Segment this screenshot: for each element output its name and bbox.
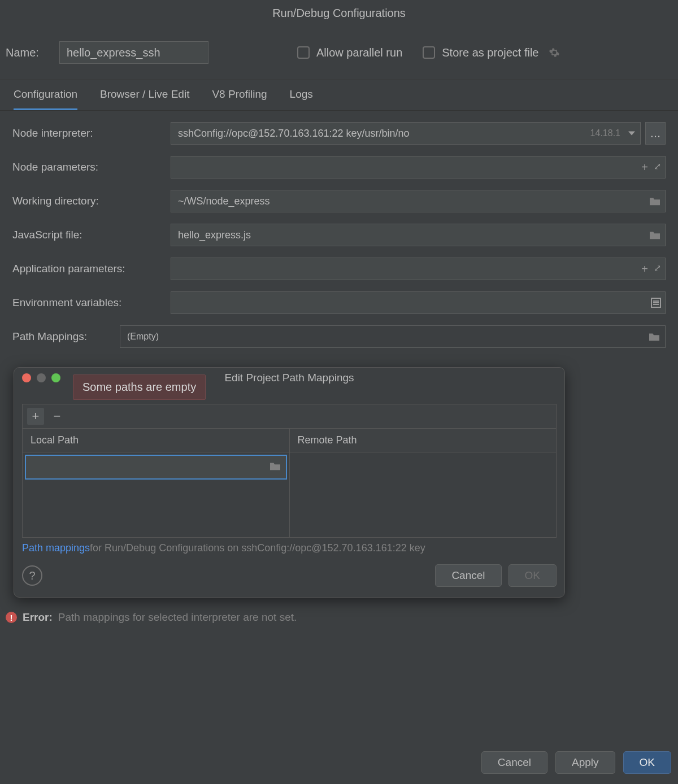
list-icon[interactable] — [651, 298, 661, 308]
error-label: Error: — [23, 611, 53, 624]
tab-configuration[interactable]: Configuration — [14, 80, 77, 110]
window-close-icon[interactable] — [22, 373, 31, 382]
gear-icon — [549, 47, 560, 58]
allow-parallel-checkbox[interactable]: Allow parallel run — [297, 46, 402, 59]
error-text: Path mappings for selected interpreter a… — [58, 611, 297, 624]
tabs: Configuration Browser / Live Edit V8 Pro… — [0, 80, 678, 111]
window-minimize-icon[interactable] — [37, 373, 46, 382]
node-params-label: Node parameters: — [12, 161, 171, 173]
app-params-input[interactable] — [171, 258, 666, 280]
path-mappings-value: (Empty) — [127, 332, 159, 342]
name-input[interactable] — [59, 41, 208, 64]
browse-interpreter-button[interactable]: ... — [645, 122, 666, 145]
window-zoom-icon[interactable] — [51, 373, 60, 382]
hint-text: for Run/Debug Configurations on sshConfi… — [90, 542, 425, 554]
expand-icon[interactable]: ⤢ — [654, 161, 661, 174]
path-mappings-field[interactable]: (Empty) — [120, 325, 666, 348]
working-dir-label: Working directory: — [12, 195, 171, 207]
node-interpreter-dropdown[interactable] — [171, 122, 641, 145]
store-project-label: Store as project file — [442, 46, 538, 59]
modal-ok-button[interactable]: OK — [508, 564, 557, 587]
remote-path-header: Remote Path — [290, 429, 557, 452]
working-dir-input[interactable] — [171, 190, 666, 212]
cancel-button[interactable]: Cancel — [481, 751, 547, 774]
node-params-input[interactable] — [171, 156, 666, 178]
allow-parallel-label: Allow parallel run — [316, 46, 402, 59]
tab-v8-profiling[interactable]: V8 Profiling — [212, 80, 267, 110]
chevron-down-icon — [628, 132, 635, 136]
path-mappings-table: Local Path Remote Path — [22, 428, 557, 538]
env-vars-label: Environment variables: — [12, 297, 171, 309]
local-path-header: Local Path — [23, 429, 290, 452]
js-file-label: JavaScript file: — [12, 229, 171, 241]
folder-icon[interactable] — [649, 196, 661, 206]
tab-browser-live-edit[interactable]: Browser / Live Edit — [100, 80, 189, 110]
error-bar: ! Error: Path mappings for selected inte… — [0, 606, 678, 629]
checkbox-icon — [297, 46, 310, 59]
path-mappings-link[interactable]: Path mappings — [22, 542, 90, 554]
node-interpreter-label: Node interpreter: — [12, 127, 171, 140]
tab-logs[interactable]: Logs — [290, 80, 313, 110]
js-file-input[interactable] — [171, 224, 666, 246]
help-button[interactable]: ? — [22, 565, 42, 586]
store-project-checkbox[interactable]: Store as project file — [423, 46, 560, 59]
path-mappings-hint: Path mappingsfor Run/Debug Configuration… — [22, 542, 557, 554]
app-params-label: Application parameters: — [12, 263, 171, 275]
local-path-input[interactable] — [25, 455, 287, 480]
edit-path-mappings-dialog: Edit Project Path Mappings Some paths ar… — [14, 367, 565, 598]
expand-icon[interactable]: ⤢ — [654, 263, 661, 276]
path-mappings-label: Path Mappings: — [12, 330, 120, 343]
table-cell-remote[interactable] — [290, 452, 557, 537]
plus-icon[interactable]: + — [641, 161, 648, 174]
checkbox-icon — [423, 46, 435, 59]
error-icon: ! — [6, 612, 17, 623]
modal-cancel-button[interactable]: Cancel — [435, 564, 501, 587]
folder-icon[interactable] — [648, 332, 660, 342]
apply-button[interactable]: Apply — [555, 751, 615, 774]
folder-icon[interactable] — [269, 461, 281, 471]
add-mapping-button[interactable]: + — [27, 408, 44, 425]
env-vars-input[interactable] — [171, 291, 666, 314]
dialog-title: Run/Debug Configurations — [0, 0, 678, 28]
node-version-label: 14.18.1 — [590, 128, 620, 138]
validation-tooltip: Some paths are empty — [73, 374, 206, 400]
ok-button[interactable]: OK — [623, 751, 671, 774]
folder-icon[interactable] — [649, 230, 661, 240]
name-label: Name: — [6, 46, 39, 59]
remove-mapping-button[interactable]: − — [49, 408, 66, 425]
plus-icon[interactable]: + — [641, 263, 648, 276]
table-cell-local — [23, 452, 290, 537]
